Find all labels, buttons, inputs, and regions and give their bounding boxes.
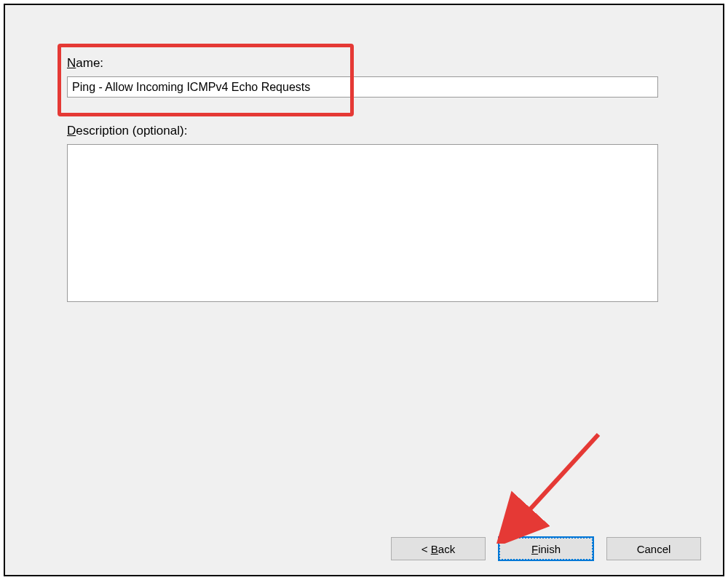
finish-button[interactable]: Finish [499, 537, 593, 560]
name-label-text: ame: [76, 56, 103, 70]
annotation-arrow-icon [493, 427, 609, 544]
back-button-rest: ack [438, 543, 455, 555]
dialog-frame: Name: Description (optional): < Back Fin… [4, 4, 724, 576]
name-input[interactable] [67, 76, 658, 98]
back-button-hotkey: B [431, 543, 438, 555]
name-label: Name: [67, 56, 103, 71]
description-textarea[interactable] [67, 144, 658, 302]
description-label-hotkey: D [67, 124, 76, 138]
wizard-button-row: < Back Finish Cancel [5, 537, 723, 560]
description-label: Description (optional): [67, 124, 187, 138]
cancel-button-text: Cancel [637, 543, 671, 555]
name-label-hotkey: N [67, 56, 76, 70]
finish-button-hotkey: F [531, 543, 538, 555]
cancel-button[interactable]: Cancel [606, 537, 701, 560]
dialog-content: Name: Description (optional): < Back Fin… [5, 5, 723, 575]
svg-line-1 [522, 434, 598, 518]
back-button-prefix: < [422, 543, 431, 555]
finish-button-rest: inish [538, 543, 561, 555]
description-label-text: escription (optional): [76, 124, 187, 138]
back-button[interactable]: < Back [391, 537, 486, 560]
